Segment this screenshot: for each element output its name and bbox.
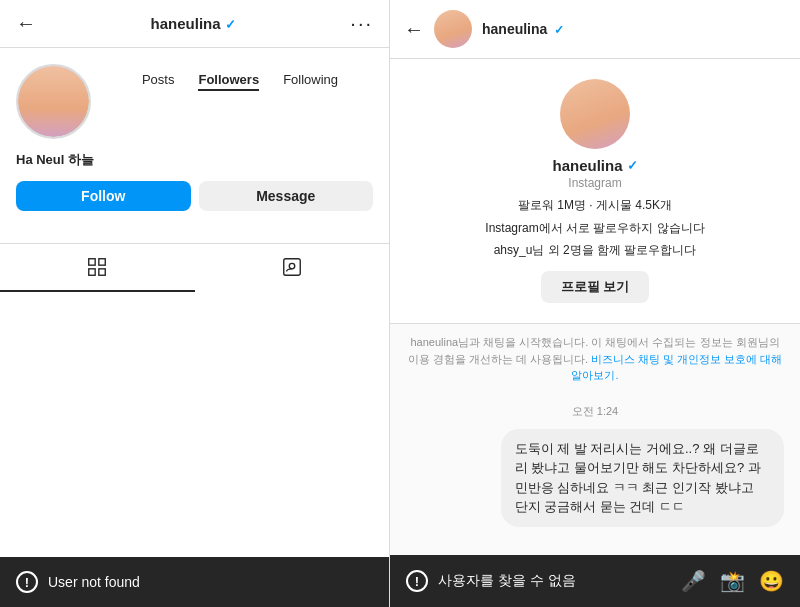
stat-posts[interactable]: Posts	[142, 72, 175, 91]
chat-avatar	[560, 79, 630, 149]
posts-label: Posts	[142, 72, 175, 87]
left-header-username: haneulina ✓	[46, 15, 340, 32]
profile-top: Posts Followers Following	[16, 64, 373, 139]
svg-rect-1	[99, 259, 105, 265]
privacy-link[interactable]: 비즈니스 채팅 및 개인정보 보호에 대해 알아보기.	[571, 353, 782, 382]
right-verified-badge: ✓	[554, 23, 564, 37]
warning-icon: !	[16, 571, 38, 593]
svg-rect-4	[284, 259, 301, 276]
tab-tagged[interactable]	[195, 244, 390, 292]
chat-stats-line2: Instagram에서 서로 팔로우하지 않습니다	[485, 219, 704, 238]
left-panel: ← haneulina ✓ ··· Posts Followers Follow…	[0, 0, 390, 607]
chat-verified-badge: ✓	[627, 158, 638, 173]
not-found-text: User not found	[48, 574, 140, 590]
message-timestamp: 오전 1:24	[406, 404, 784, 419]
right-bottom-bar: ! 사용자를 찾을 수 없음 🎤 📸 😀	[390, 555, 800, 607]
grid-icon	[86, 256, 108, 278]
chat-source: Instagram	[568, 176, 621, 190]
chat-stats-line1: 팔로워 1M명 · 게시물 4.5K개	[518, 196, 672, 215]
svg-rect-0	[89, 259, 95, 265]
stat-following[interactable]: Following	[283, 72, 338, 91]
back-arrow-icon[interactable]: ←	[16, 12, 36, 35]
right-action-icons: 🎤 📸 😀	[681, 569, 784, 593]
message-button[interactable]: Message	[199, 181, 374, 211]
mic-icon[interactable]: 🎤	[681, 569, 706, 593]
view-profile-button[interactable]: 프로필 보기	[541, 271, 650, 303]
right-back-arrow-icon[interactable]: ←	[404, 18, 424, 41]
right-avatar	[434, 10, 472, 48]
svg-rect-2	[89, 269, 95, 275]
svg-rect-3	[99, 269, 105, 275]
verified-badge-left: ✓	[225, 17, 236, 32]
tab-grid[interactable]	[0, 244, 195, 292]
sticker-icon[interactable]: 😀	[759, 569, 784, 593]
more-options-button[interactable]: ···	[350, 12, 373, 35]
tab-icons	[0, 243, 389, 292]
not-found-bar: ! User not found	[0, 557, 389, 607]
profile-stats: Posts Followers Following	[107, 64, 373, 91]
action-buttons: Follow Message	[16, 181, 373, 211]
right-not-found-text: 사용자를 찾을 수 없음	[438, 572, 671, 590]
profile-section: Posts Followers Following Ha Neul 하늘 Fol…	[0, 48, 389, 243]
avatar	[16, 64, 91, 139]
chat-profile-card: haneulina ✓ Instagram 팔로워 1M명 · 게시물 4.5K…	[390, 59, 800, 324]
following-label: Following	[283, 72, 338, 87]
right-warning-icon: !	[406, 570, 428, 592]
avatar-image	[18, 66, 89, 137]
profile-name: Ha Neul 하늘	[16, 151, 373, 169]
svg-point-5	[289, 263, 295, 269]
chat-mutual: ahsy_u님 외 2명을 함께 팔로우합니다	[494, 242, 697, 259]
right-header-username: haneulina ✓	[482, 21, 564, 37]
right-panel: ← haneulina ✓ haneulina ✓ Instagram 팔로워 …	[390, 0, 800, 607]
tagged-icon	[281, 256, 303, 278]
image-icon[interactable]: 📸	[720, 569, 745, 593]
message-bubble: 도둑이 제 발 저리시는 거에요..? 왜 더글로리 봤냐고 물어보기만 해도 …	[501, 429, 785, 527]
follow-button[interactable]: Follow	[16, 181, 191, 211]
chat-card-username: haneulina ✓	[552, 157, 637, 174]
privacy-notice: haneulina님과 채팅을 시작했습니다. 이 채팅에서 수집되는 정보는 …	[390, 324, 800, 394]
followers-label: Followers	[198, 72, 259, 91]
left-header: ← haneulina ✓ ···	[0, 0, 389, 48]
stat-followers[interactable]: Followers	[198, 72, 259, 91]
right-header: ← haneulina ✓	[390, 0, 800, 59]
